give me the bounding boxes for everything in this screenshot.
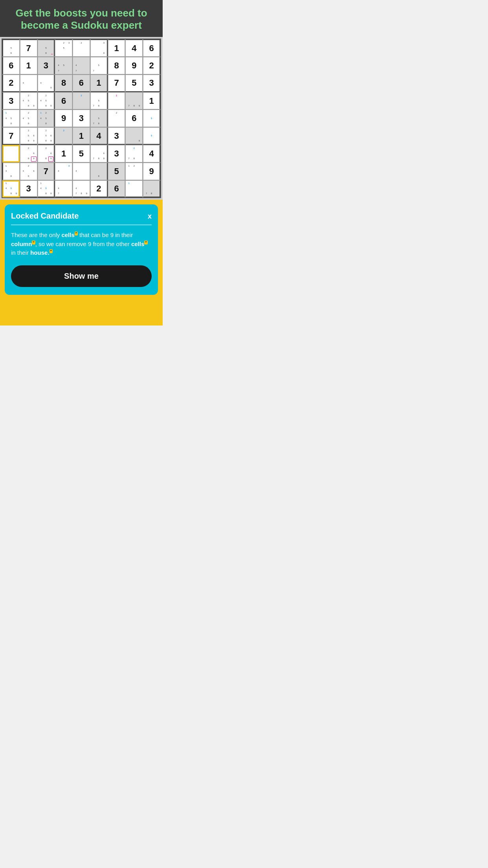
table-row: 9 — [125, 127, 143, 145]
table-row: 6 — [108, 180, 125, 198]
bottom-panel: Locked Candidate x These are the only ce… — [0, 200, 163, 326]
table-row: 8 — [55, 75, 72, 92]
table-row: 47 — [73, 57, 90, 74]
table-row: 12 — [125, 163, 143, 180]
table-row: 6 — [125, 110, 143, 127]
table-row: 49 — [38, 75, 55, 92]
table-row: 8 — [90, 163, 108, 180]
table-row: 5 — [73, 145, 90, 162]
info-card-body: These are the only cells″ that can be 9 … — [11, 231, 152, 257]
table-row: 278 — [125, 145, 143, 162]
info-card-header: Locked Candidate x — [11, 211, 152, 225]
table-row: 6 — [143, 39, 160, 57]
header: Get the boosts you need tobecome a Sudok… — [0, 0, 163, 37]
table-row: 148 — [2, 163, 20, 180]
table-row: 2 — [108, 92, 125, 110]
table-row: 2 — [90, 180, 108, 198]
table-row: 2 — [73, 39, 90, 57]
table-row: 2 — [108, 110, 125, 127]
table-row: 1 — [125, 180, 143, 198]
table-row: 1 — [73, 127, 90, 145]
table-row: 12458 — [38, 110, 55, 127]
info-card: Locked Candidate x These are the only ce… — [5, 204, 158, 295]
table-row: 25689 — [20, 127, 37, 145]
table-row: 578 — [90, 92, 108, 110]
table-row: 7 — [20, 39, 37, 57]
table-row: 14589 — [2, 180, 20, 198]
table-row: 39 — [90, 39, 108, 57]
table-row: 2689 — [20, 145, 37, 162]
table-row: 3 — [38, 57, 55, 74]
table-row: 47 — [55, 180, 72, 198]
table-row: 9 — [143, 163, 160, 180]
table-row: 1458 — [2, 110, 20, 127]
table-row: 5 — [143, 127, 160, 145]
table-row: 58 — [2, 39, 20, 57]
table-row: 14589 — [38, 180, 55, 198]
table-row: 6 — [73, 75, 90, 92]
table-row: 3 — [143, 75, 160, 92]
table-row: 3 — [2, 92, 20, 110]
table-row: 3 — [108, 145, 125, 162]
table-row: 2 — [73, 92, 90, 110]
table-row: 9 — [55, 110, 72, 127]
table-row: 25689 — [38, 127, 55, 145]
table-row: 1 — [108, 39, 125, 57]
table-row: 3 — [20, 180, 37, 198]
table-row: 1 — [55, 145, 72, 162]
table-row: 2 — [55, 127, 72, 145]
table-row: 8 — [108, 57, 125, 74]
table-row: 578 — [90, 110, 108, 127]
table-row: 4 — [125, 39, 143, 57]
table-row: 3 — [73, 110, 90, 127]
table-row: 5 — [143, 110, 160, 127]
table-row: 7 — [108, 75, 125, 92]
table-row: 1 — [143, 92, 160, 110]
table-row: 4789 — [73, 180, 90, 198]
sudoku-wrapper: 58758✏2352391466134574757892244986175332… — [0, 37, 163, 200]
table-row: 24589 — [38, 92, 55, 110]
table-row: 789 — [125, 92, 143, 110]
table-row: 7 — [2, 127, 20, 145]
table-row: 235 — [55, 39, 72, 57]
table-row — [2, 145, 20, 162]
table-row: 2689 — [38, 145, 55, 162]
table-row: 57 — [90, 57, 108, 74]
table-row: 6 — [55, 92, 72, 110]
table-row: 2468 — [20, 163, 37, 180]
table-row: 2 — [2, 75, 20, 92]
table-row: 4 — [143, 145, 160, 162]
sudoku-grid: 58758✏2352391466134574757892244986175332… — [2, 39, 161, 198]
table-row: 9 — [125, 57, 143, 74]
info-card-title: Locked Candidate — [11, 211, 79, 221]
table-row: 24589 — [20, 92, 37, 110]
table-row: 1 — [20, 57, 37, 74]
table-row: 6 — [2, 57, 20, 74]
table-row: 5 — [108, 163, 125, 180]
table-row: 2458 — [20, 110, 37, 127]
show-me-button[interactable]: Show me — [11, 265, 152, 287]
table-row: 5 — [125, 75, 143, 92]
table-row: 1 — [90, 75, 108, 92]
table-row: 4 — [20, 75, 37, 92]
table-row: 3 — [108, 127, 125, 145]
table-row: 4 — [73, 163, 90, 180]
table-row: 34 — [55, 163, 72, 180]
table-row: 4 — [90, 127, 108, 145]
table-row: 7 — [38, 163, 55, 180]
table-row: 457 — [55, 57, 72, 74]
table-row: 58✏ — [38, 39, 55, 57]
table-row: 6789 — [90, 145, 108, 162]
table-row: 2 — [143, 57, 160, 74]
close-button[interactable]: x — [148, 213, 152, 220]
table-row: 78 — [143, 180, 160, 198]
header-title: Get the boosts you need tobecome a Sudok… — [8, 7, 155, 31]
